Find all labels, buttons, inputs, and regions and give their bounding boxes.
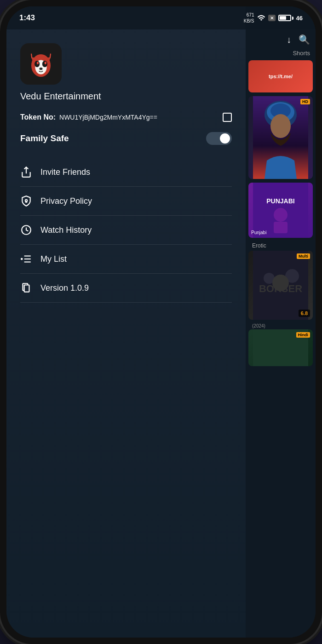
svg-point-10 (45, 62, 46, 64)
svg-rect-23 (24, 285, 29, 292)
signal-indicator: 671 KB/S (244, 12, 254, 24)
screen: 1:43 671 KB/S ✕ (6, 6, 316, 638)
svg-point-9 (37, 62, 39, 64)
family-safe-row: Family Safe (20, 132, 232, 145)
punjabi-label: Punjabi (251, 230, 266, 235)
menu-item-version: Version 1.0.9 (20, 274, 232, 303)
svg-rect-32 (274, 222, 288, 233)
svg-point-37 (272, 275, 289, 291)
wifi-icon (257, 15, 265, 21)
card-movie[interactable]: BOKSER Multi 6.8 (248, 251, 313, 320)
card-person[interactable]: HD (248, 96, 313, 179)
link-text: tps://t.me/ (269, 74, 293, 79)
download-icon[interactable]: ↓ (287, 34, 291, 45)
menu-label-mylist: My List (40, 254, 67, 264)
list-add-icon (20, 253, 32, 265)
copy-icon[interactable] (223, 113, 232, 122)
svg-point-14 (25, 200, 27, 201)
menu-label-invite: Invite Friends (40, 167, 90, 177)
svg-point-11 (40, 68, 43, 70)
x-icon: ✕ (268, 15, 276, 21)
menu-label-privacy: Privacy Policy (40, 196, 92, 206)
svg-point-28 (270, 114, 291, 138)
family-safe-label: Family Safe (20, 133, 69, 144)
svg-text:✕: ✕ (270, 16, 274, 21)
phone-frame: 1:43 671 KB/S ✕ (0, 0, 322, 644)
family-safe-toggle[interactable] (206, 132, 232, 145)
right-cards: tps://t.me/ (246, 60, 316, 366)
clock-icon (20, 224, 32, 236)
search-icon[interactable]: 🔍 (299, 34, 310, 45)
battery-icon (278, 15, 293, 21)
menu-item-invite[interactable]: Invite Friends (20, 158, 232, 187)
app-logo-image (25, 48, 57, 80)
svg-text:PUNJABI: PUNJABI (266, 197, 294, 205)
menu-label-history: Watch History (40, 225, 92, 235)
token-value: NWU1YjBjMDg2MmYxMTA4Yg== (59, 114, 219, 121)
svg-line-12 (31, 54, 32, 58)
app-name: Vedu Entertainment (20, 91, 232, 102)
status-icons: 671 KB/S ✕ (244, 12, 303, 24)
hd-badge: HD (300, 99, 310, 104)
card-punjabi[interactable]: PUNJABI Punjabi (248, 183, 313, 238)
person-image (248, 96, 313, 179)
menu-label-version: Version 1.0.9 (40, 283, 89, 293)
svg-point-31 (274, 208, 288, 222)
menu-item-privacy[interactable]: Privacy Policy (20, 187, 232, 216)
menu-item-history[interactable]: Watch History (20, 216, 232, 245)
token-label: Token No: (20, 113, 56, 121)
menu-item-mylist[interactable]: My List (20, 245, 232, 274)
shield-icon (20, 195, 32, 207)
token-row: Token No: NWU1YjBjMDg2MmYxMTA4Yg== (20, 113, 232, 122)
svg-point-8 (42, 61, 47, 67)
status-time: 1:43 (19, 13, 35, 23)
layers-icon (20, 282, 32, 294)
battery-level: 46 (296, 15, 303, 22)
app-logo (20, 43, 62, 85)
sidebar: Vedu Entertainment Token No: NWU1YjBjMDg… (6, 6, 246, 638)
rating-badge: 6.8 (299, 310, 310, 317)
svg-line-13 (50, 54, 51, 58)
year-label: (2024) (248, 322, 313, 329)
svg-point-7 (34, 61, 40, 67)
erotic-label: Erotic (248, 241, 313, 251)
card-hindi[interactable]: Hindi (248, 329, 313, 366)
multi-badge: Multi (297, 253, 310, 259)
status-bar: 1:43 671 KB/S ✕ (6, 6, 316, 29)
right-panel: ↓ 🔍 Shorts tps://t.me/ (246, 6, 316, 638)
hindi-badge: Hindi (296, 332, 310, 338)
toggle-knob (220, 133, 230, 144)
share-icon (20, 166, 32, 178)
card-link-banner[interactable]: tps://t.me/ (248, 60, 313, 92)
shorts-label: Shorts (246, 50, 316, 60)
